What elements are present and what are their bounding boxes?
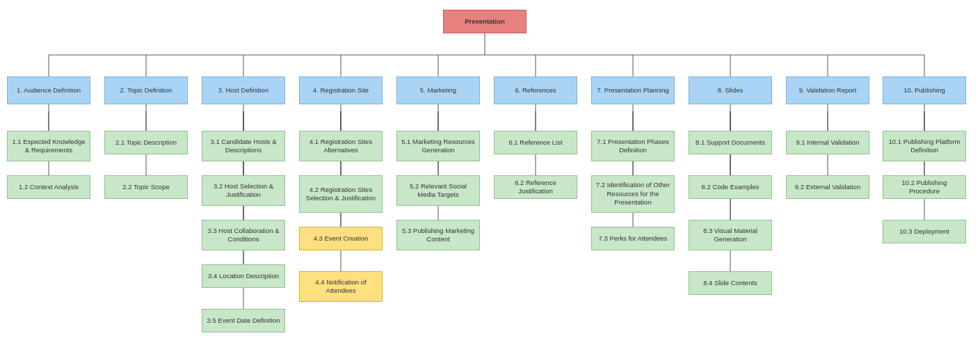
node-n4_1: 4.1 Registration Sites Alternatives bbox=[299, 131, 383, 161]
node-n3: 3. Host Definition bbox=[202, 77, 285, 104]
node-n5_3: 5.3 Publishing Marketing Content bbox=[396, 220, 480, 250]
diagram-container: Presentation1. Audience Definition2. Top… bbox=[0, 0, 980, 354]
node-n6: 6. References bbox=[494, 77, 577, 104]
node-n6_2: 6.2 Reference Justification bbox=[494, 175, 577, 199]
node-n4: 4. Registration Site bbox=[299, 77, 383, 104]
node-n4_2: 4.2 Registration Sites Selection & Justi… bbox=[299, 175, 383, 213]
node-n5_1: 5.1 Marketing Resources Generation bbox=[396, 131, 480, 161]
node-n3_5: 3.5 Event Date Definition bbox=[202, 309, 285, 332]
node-n1_1: 1.1 Expected Knowledge & Requirements bbox=[7, 131, 90, 161]
node-n8_3: 8.3 Visual Material Generation bbox=[689, 220, 772, 250]
node-n2_2: 2.2 Topic Scope bbox=[104, 175, 188, 199]
node-n10: 10. Publishing bbox=[883, 77, 966, 104]
node-n3_1: 3.1 Candidate Hosts & Descriptions bbox=[202, 131, 285, 161]
node-n7_1: 7.1 Presentation Phases Definition bbox=[591, 131, 675, 161]
node-n5: 5. Marketing bbox=[396, 77, 480, 104]
node-n4_3: 4.3 Event Creation bbox=[299, 227, 383, 250]
node-n10_3: 10.3 Deployment bbox=[883, 220, 966, 243]
node-n8: 8. Slides bbox=[689, 77, 772, 104]
node-n10_2: 10.2 Publishing Procedure bbox=[883, 175, 966, 199]
node-n3_4: 3.4 Location Description bbox=[202, 264, 285, 288]
node-root: Presentation bbox=[443, 10, 527, 33]
node-n1_2: 1.2 Context Analysis bbox=[7, 175, 90, 199]
node-n9_2: 9.2 External Validation bbox=[786, 175, 869, 199]
node-n2_1: 2.1 Topic Description bbox=[104, 131, 188, 154]
node-n4_4: 4.4 Notification of Attendees bbox=[299, 271, 383, 302]
node-n5_2: 5.2 Relevant Social Media Targets bbox=[396, 175, 480, 206]
node-n7_3: 7.3 Perks for Attendees bbox=[591, 227, 675, 250]
node-n1: 1. Audience Definition bbox=[7, 77, 90, 104]
node-n9: 9. Validation Report bbox=[786, 77, 869, 104]
node-n7: 7. Presentation Planning bbox=[591, 77, 675, 104]
node-n6_1: 6.1 Reference List bbox=[494, 131, 577, 154]
node-n8_1: 8.1 Support Documents bbox=[689, 131, 772, 154]
node-n10_1: 10.1 Publishing Platform Definition bbox=[883, 131, 966, 161]
node-n3_3: 3.3 Host Collaboration & Conditions bbox=[202, 220, 285, 250]
node-n2: 2. Topic Definition bbox=[104, 77, 188, 104]
node-n9_1: 9.1 Internal Validation bbox=[786, 131, 869, 154]
node-n3_2: 3.2 Host Selection & Justification bbox=[202, 175, 285, 206]
node-n8_2: 8.2 Code Examples bbox=[689, 175, 772, 199]
node-n8_4: 8.4 Slide Contents bbox=[689, 271, 772, 295]
node-n7_2: 7.2 Identification of Other Resources fo… bbox=[591, 175, 675, 213]
